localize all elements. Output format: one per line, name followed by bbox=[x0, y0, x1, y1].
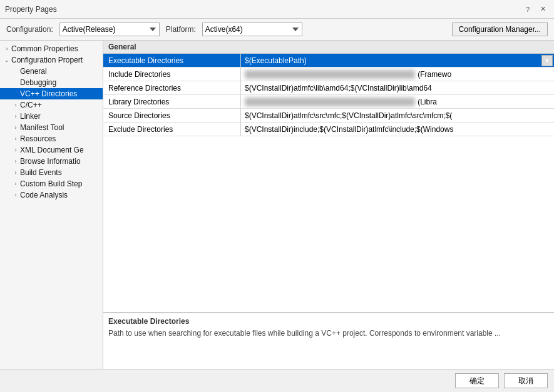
prop-row-exclude-directories[interactable]: Exclude Directories$(VCInstallDir)includ… bbox=[103, 123, 554, 136]
prop-name-reference-directories: Reference Directories bbox=[103, 81, 241, 94]
title-bar-left: Property Pages bbox=[5, 5, 57, 14]
tree-item-general[interactable]: General bbox=[0, 66, 103, 77]
desc-text: Path to use when searching for executabl… bbox=[108, 328, 549, 339]
tree-label-debugging: Debugging bbox=[20, 78, 56, 87]
tree-label-manifest-tool: Manifest Tool bbox=[20, 123, 64, 132]
description-panel: Executable Directories Path to use when … bbox=[103, 313, 554, 369]
tree-arrow-manifest-tool: › bbox=[11, 124, 20, 131]
tree-item-c-cpp[interactable]: ›C/C++ bbox=[0, 99, 103, 111]
ok-button[interactable]: 确定 bbox=[455, 373, 499, 388]
tree-label-general: General bbox=[20, 67, 47, 76]
prop-row-include-directories[interactable]: Include DirectoriesXXXXXXXXXXXXXXXXXXXXX… bbox=[103, 68, 554, 81]
right-panel: General Executable Directories$(Executab… bbox=[103, 41, 554, 369]
prop-value-include-directories: XXXXXXXXXXXXXXXXXXXXXXXXXXXXXXXXXX(Frame… bbox=[241, 68, 554, 81]
config-label: Configuration: bbox=[6, 25, 53, 34]
tree-arrow-linker: › bbox=[11, 113, 20, 119]
tree-item-manifest-tool[interactable]: ›Manifest Tool bbox=[0, 122, 103, 133]
tree-item-build-events[interactable]: ›Build Events bbox=[0, 167, 103, 178]
tree-arrow-c-cpp: › bbox=[11, 102, 20, 108]
left-panel: ›Common Properties⌄Configuration Propert… bbox=[0, 41, 103, 369]
cancel-button[interactable]: 取消 bbox=[504, 373, 548, 388]
tree-item-common-properties[interactable]: ›Common Properties bbox=[0, 43, 103, 54]
config-row: Configuration: Active(Release) Platform:… bbox=[0, 19, 554, 41]
tree-label-build-events: Build Events bbox=[20, 168, 62, 177]
prop-value-source-directories: $(VCInstallDir)atlmfc\src\mfc;$(VCInstal… bbox=[241, 109, 554, 122]
tree-label-c-cpp: C/C++ bbox=[20, 101, 42, 109]
prop-row-library-directories[interactable]: Library DirectoriesXXXXXXXXXXXXXXXXXXXXX… bbox=[103, 95, 554, 109]
tree-arrow-xml-document: › bbox=[11, 147, 20, 153]
close-button[interactable]: ✕ bbox=[536, 3, 549, 16]
tree-label-linker: Linker bbox=[20, 112, 41, 121]
main-content: ›Common Properties⌄Configuration Propert… bbox=[0, 41, 554, 369]
prop-name-executable-directories: Executable Directories bbox=[103, 54, 241, 67]
tree-item-xml-document[interactable]: ›XML Document Ge bbox=[0, 144, 103, 156]
desc-title: Executable Directories bbox=[108, 317, 549, 326]
config-manager-button[interactable]: Configuration Manager... bbox=[452, 23, 548, 36]
tree-arrow-configuration-properties: ⌄ bbox=[3, 57, 11, 63]
title-bar: Property Pages ? ✕ bbox=[0, 0, 554, 19]
tree-label-common-properties: Common Properties bbox=[11, 44, 78, 53]
property-grid: Executable Directories$(ExecutablePath)▼… bbox=[103, 54, 554, 313]
tree-item-code-analysis[interactable]: ›Code Analysis bbox=[0, 189, 103, 201]
prop-row-executable-directories[interactable]: Executable Directories$(ExecutablePath)▼ bbox=[103, 54, 554, 68]
tree-item-debugging[interactable]: Debugging bbox=[0, 77, 103, 88]
window-title: Property Pages bbox=[5, 5, 57, 14]
tree-label-code-analysis: Code Analysis bbox=[20, 191, 68, 199]
tree-item-linker[interactable]: ›Linker bbox=[0, 111, 103, 122]
prop-value-library-directories: XXXXXXXXXXXXXXXXXXXXXXXXXXXXXXXXXX(Libra bbox=[241, 95, 554, 108]
prop-name-source-directories: Source Directories bbox=[103, 109, 241, 122]
help-button[interactable]: ? bbox=[521, 3, 534, 16]
configuration-select[interactable]: Active(Release) bbox=[59, 23, 160, 36]
prop-value-reference-directories: $(VCInstallDir)atlmfc\lib\amd64;$(VCInst… bbox=[241, 81, 554, 94]
tree-arrow-build-events: › bbox=[11, 169, 20, 176]
tree-arrow-custom-build-step: › bbox=[11, 181, 20, 187]
prop-dropdown-executable-directories[interactable]: ▼ bbox=[541, 55, 553, 66]
prop-row-source-directories[interactable]: Source Directories$(VCInstallDir)atlmfc\… bbox=[103, 109, 554, 123]
platform-select[interactable]: Active(x64) bbox=[202, 23, 302, 36]
tree-arrow-browse-info: › bbox=[11, 158, 20, 164]
tree-item-configuration-properties[interactable]: ⌄Configuration Propert bbox=[0, 54, 103, 66]
prop-value-exclude-directories: $(VCInstallDir)include;$(VCInstallDir)at… bbox=[241, 123, 554, 136]
tree-item-browse-info[interactable]: ›Browse Informatio bbox=[0, 156, 103, 167]
prop-name-exclude-directories: Exclude Directories bbox=[103, 123, 241, 136]
tree-label-browse-info: Browse Informatio bbox=[20, 157, 81, 166]
tree-item-custom-build-step[interactable]: ›Custom Build Step bbox=[0, 178, 103, 189]
bottom-bar: 确定 取消 bbox=[0, 369, 554, 392]
tree-label-xml-document: XML Document Ge bbox=[20, 146, 84, 154]
tree-arrow-resources: › bbox=[11, 136, 20, 142]
platform-label: Platform: bbox=[166, 25, 196, 34]
tree-item-resources[interactable]: ›Resources bbox=[0, 133, 103, 144]
tree-label-custom-build-step: Custom Build Step bbox=[20, 179, 82, 188]
prop-name-include-directories: Include Directories bbox=[103, 68, 241, 81]
title-bar-controls: ? ✕ bbox=[521, 3, 549, 16]
prop-name-library-directories: Library Directories bbox=[103, 95, 241, 108]
tree-label-vc-directories: VC++ Directories bbox=[20, 89, 77, 98]
tree-label-configuration-properties: Configuration Propert bbox=[11, 56, 83, 64]
prop-value-executable-directories: $(ExecutablePath)▼ bbox=[241, 54, 554, 67]
prop-row-reference-directories[interactable]: Reference Directories$(VCInstallDir)atlm… bbox=[103, 81, 554, 95]
tree-arrow-common-properties: › bbox=[3, 46, 11, 52]
tree-arrow-code-analysis: › bbox=[11, 192, 20, 198]
tree-label-resources: Resources bbox=[20, 134, 56, 143]
tree-item-vc-directories[interactable]: VC++ Directories bbox=[0, 88, 103, 99]
grid-section-header: General bbox=[103, 41, 554, 54]
